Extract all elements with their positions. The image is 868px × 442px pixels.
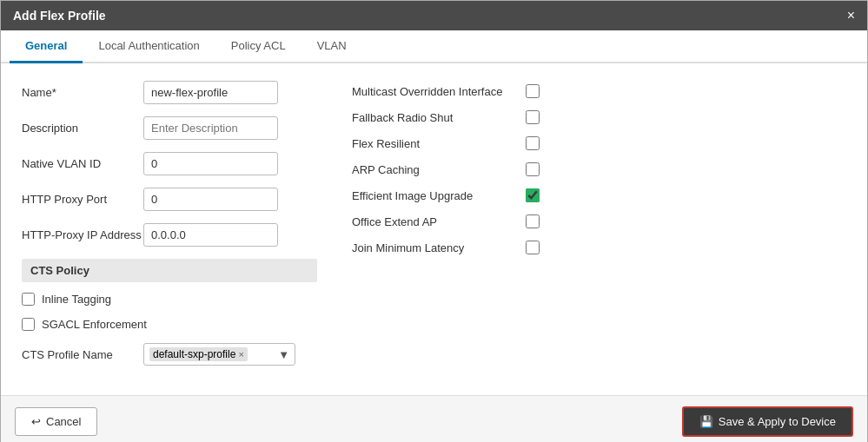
http-proxy-ip-row: HTTP-Proxy IP Address	[22, 223, 317, 247]
tab-vlan[interactable]: VLAN	[301, 30, 362, 63]
cts-profile-label: CTS Profile Name	[22, 348, 143, 361]
modal-header: Add Flex Profile ×	[1, 1, 867, 30]
cts-profile-tag: default-sxp-profile ×	[149, 347, 248, 361]
native-vlan-label: Native VLAN ID	[22, 157, 143, 170]
tab-bar: General Local Authentication Policy ACL …	[1, 30, 867, 63]
modal-title: Add Flex Profile	[13, 9, 106, 23]
save-icon: 💾	[699, 415, 713, 428]
cts-profile-select[interactable]: default-sxp-profile × ▼	[143, 343, 295, 366]
multicast-label: Multicast Overridden Interface	[352, 85, 526, 98]
sgacl-checkbox[interactable]	[22, 318, 35, 331]
cancel-undo-icon: ↩	[31, 415, 41, 428]
save-apply-button[interactable]: 💾 Save & Apply to Device	[682, 406, 853, 437]
flex-resilient-checkbox[interactable]	[526, 136, 540, 150]
fallback-row: Fallback Radio Shut	[352, 110, 846, 124]
native-vlan-input[interactable]	[143, 152, 278, 175]
cts-profile-row: CTS Profile Name default-sxp-profile × ▼	[22, 343, 317, 366]
left-column: Name* Description Native VLAN ID HTTP Pr…	[22, 81, 317, 378]
tab-general[interactable]: General	[10, 30, 83, 63]
arp-checkbox[interactable]	[526, 162, 540, 176]
join-latency-label: Join Minimum Latency	[352, 241, 526, 254]
cts-profile-tag-value: default-sxp-profile	[153, 348, 235, 360]
arp-label: ARP Caching	[352, 163, 526, 176]
tab-policy-acl[interactable]: Policy ACL	[215, 30, 301, 63]
cts-policy-section-header: CTS Policy	[22, 259, 317, 282]
sgacl-row: SGACL Enforcement	[22, 318, 317, 331]
http-proxy-port-input[interactable]	[143, 188, 278, 211]
tab-local-authentication[interactable]: Local Authentication	[83, 30, 215, 63]
http-proxy-ip-input[interactable]	[143, 223, 278, 247]
inline-tagging-checkbox[interactable]	[22, 293, 35, 306]
http-proxy-ip-label: HTTP-Proxy IP Address	[22, 228, 143, 241]
description-label: Description	[22, 122, 143, 135]
office-extend-checkbox[interactable]	[526, 214, 540, 228]
flex-resilient-row: Flex Resilient	[352, 136, 846, 150]
sgacl-label: SGACL Enforcement	[42, 318, 147, 331]
modal-footer: ↩ Cancel 💾 Save & Apply to Device	[1, 395, 867, 442]
http-proxy-port-row: HTTP Proxy Port	[22, 188, 317, 211]
inline-tagging-row: Inline Tagging	[22, 293, 317, 306]
description-row: Description	[22, 116, 317, 140]
efficient-checkbox[interactable]	[526, 188, 540, 202]
flex-resilient-label: Flex Resilient	[352, 137, 526, 150]
fallback-label: Fallback Radio Shut	[352, 111, 526, 124]
office-extend-label: Office Extend AP	[352, 215, 526, 228]
cancel-button[interactable]: ↩ Cancel	[15, 407, 97, 436]
inline-tagging-label: Inline Tagging	[42, 293, 111, 306]
office-extend-row: Office Extend AP	[352, 214, 846, 228]
save-label: Save & Apply to Device	[719, 415, 836, 428]
description-input[interactable]	[143, 116, 278, 140]
right-column: Multicast Overridden Interface Fallback …	[352, 81, 846, 378]
close-button[interactable]: ×	[847, 8, 855, 23]
efficient-label: Efficient Image Upgrade	[352, 189, 526, 202]
native-vlan-row: Native VLAN ID	[22, 152, 317, 175]
http-proxy-port-label: HTTP Proxy Port	[22, 193, 143, 206]
arp-row: ARP Caching	[352, 162, 846, 176]
fallback-checkbox[interactable]	[526, 110, 540, 124]
name-input[interactable]	[143, 81, 278, 104]
cts-profile-remove-icon[interactable]: ×	[238, 349, 243, 360]
multicast-row: Multicast Overridden Interface	[352, 84, 846, 98]
add-flex-profile-modal: Add Flex Profile × General Local Authent…	[0, 0, 868, 442]
efficient-row: Efficient Image Upgrade	[352, 188, 846, 202]
name-label: Name*	[22, 86, 143, 99]
join-latency-checkbox[interactable]	[526, 241, 540, 254]
multicast-checkbox[interactable]	[526, 84, 540, 98]
join-latency-row: Join Minimum Latency	[352, 241, 846, 254]
dropdown-arrow-icon[interactable]: ▼	[278, 348, 289, 361]
modal-body: Name* Description Native VLAN ID HTTP Pr…	[1, 63, 867, 395]
cancel-label: Cancel	[46, 415, 81, 428]
name-row: Name*	[22, 81, 317, 104]
